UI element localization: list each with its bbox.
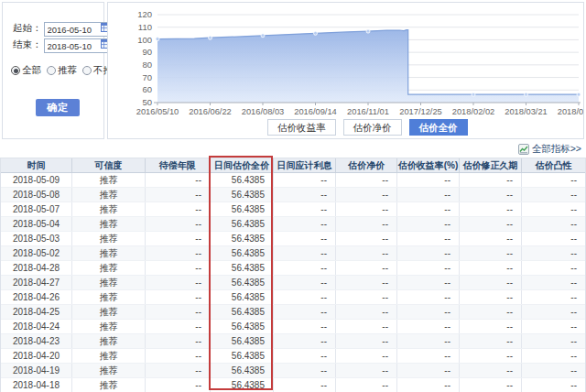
table-cell: -- — [336, 364, 397, 377]
table-cell: -- — [146, 246, 211, 260]
table-cell: -- — [397, 305, 460, 319]
svg-text:2016/06/22: 2016/06/22 — [189, 107, 232, 116]
table-cell: -- — [274, 276, 336, 289]
table-cell: -- — [336, 320, 397, 333]
table-cell: -- — [522, 276, 585, 289]
svg-text:80: 80 — [142, 60, 152, 70]
table-cell: 2018-05-09 — [1, 173, 72, 187]
table-cell: -- — [336, 305, 397, 319]
end-date-row: 结束： — [13, 38, 113, 52]
radio-label: 全部 — [22, 64, 41, 77]
table-cell: -- — [460, 232, 522, 245]
table-row: 2018-04-18推荐--56.4385---------- — [1, 378, 585, 392]
radio-option-all[interactable]: 全部 — [11, 64, 41, 77]
table-cell: -- — [460, 305, 522, 319]
svg-text:60: 60 — [142, 84, 152, 94]
table-cell: 2018-05-03 — [1, 232, 72, 245]
table-cell: -- — [522, 305, 585, 319]
table-row: 2018-04-27推荐--56.4385---------- — [1, 276, 585, 290]
table-cell: -- — [522, 349, 585, 363]
svg-text:2018/02/02: 2018/02/02 — [452, 107, 495, 116]
table-cell: -- — [274, 173, 336, 187]
table-cell: -- — [397, 261, 460, 275]
table-cell: 推荐 — [72, 364, 146, 377]
tab-valuation-net-price[interactable]: 估价净价 — [343, 119, 402, 136]
table-cell: -- — [336, 202, 397, 216]
table-row: 2018-04-20推荐--56.4385---------- — [1, 349, 585, 364]
table-cell: -- — [522, 232, 585, 245]
table-cell: 2018-04-20 — [1, 349, 72, 363]
table-cell: -- — [336, 290, 397, 304]
table-cell: -- — [146, 276, 211, 289]
header-cell: 日间应计利息 — [274, 158, 336, 172]
table-cell: -- — [460, 364, 522, 377]
table-cell: -- — [146, 202, 211, 216]
table-cell: -- — [274, 202, 336, 216]
table-cell: -- — [274, 261, 336, 275]
confirm-button[interactable]: 确定 — [36, 99, 80, 116]
table-cell: -- — [522, 173, 585, 187]
table-cell: -- — [146, 364, 211, 377]
svg-text:110: 110 — [138, 22, 152, 32]
table-cell: 2018-04-19 — [1, 364, 72, 377]
table-cell: -- — [460, 173, 522, 187]
table-row: 2018-05-02推荐--56.4385---------- — [1, 246, 585, 261]
table-cell: -- — [397, 173, 460, 187]
table-cell: -- — [336, 232, 397, 245]
table-cell: -- — [397, 232, 460, 245]
table-cell: -- — [522, 202, 585, 216]
tab-valuation-yield[interactable]: 估价收益率 — [267, 119, 336, 136]
table-cell: -- — [522, 290, 585, 304]
table-cell: -- — [397, 364, 460, 377]
table-cell: 推荐 — [72, 290, 146, 304]
table-cell: 2018-04-28 — [1, 261, 72, 275]
all-indicators-label: 全部指标>> — [532, 143, 581, 156]
table-cell: -- — [460, 320, 522, 333]
table-cell: 2018-04-18 — [1, 378, 72, 392]
table-cell: -- — [146, 305, 211, 319]
table-cell: 推荐 — [72, 305, 146, 319]
table-cell: -- — [274, 334, 336, 348]
table-cell: 56.4385 — [211, 173, 274, 187]
table-cell: 2018-04-27 — [1, 276, 72, 289]
header-cell: 估价收益率(%) — [397, 158, 460, 172]
table-row: 2018-05-07推荐--56.4385---------- — [1, 202, 585, 217]
table-cell: -- — [336, 188, 397, 201]
table-row: 2018-05-03推荐--56.4385---------- — [1, 232, 585, 246]
all-indicators-link[interactable]: 全部指标>> — [518, 143, 581, 156]
header-cell: 估价净价 — [336, 158, 397, 172]
table-cell: -- — [146, 188, 211, 201]
table-cell: -- — [522, 188, 585, 201]
table-cell: -- — [397, 320, 460, 333]
table-cell: 推荐 — [72, 261, 146, 275]
table-cell: -- — [397, 276, 460, 289]
table-cell: -- — [522, 320, 585, 333]
table-cell: -- — [522, 217, 585, 231]
table-cell: 56.4385 — [211, 261, 274, 275]
table-cell: 56.4385 — [211, 246, 274, 260]
table-cell: -- — [146, 261, 211, 275]
start-date-row: 起始： — [13, 21, 113, 36]
table-cell: -- — [397, 246, 460, 260]
table-cell: 56.4385 — [211, 378, 274, 392]
svg-text:70: 70 — [142, 72, 152, 82]
tab-valuation-full-price[interactable]: 估价全价 — [409, 119, 468, 136]
table-cell: -- — [274, 188, 336, 201]
table-cell: -- — [522, 246, 585, 260]
radio-option-recommend[interactable]: 推荐 — [47, 64, 77, 77]
table-cell: -- — [274, 217, 336, 231]
svg-text:2018/05/04: 2018/05/04 — [558, 107, 583, 116]
table-cell: -- — [336, 334, 397, 348]
table-cell: 56.4385 — [211, 364, 274, 377]
table-cell: 推荐 — [72, 276, 146, 289]
table-cell: 推荐 — [72, 349, 146, 363]
valuation-table: 时间可信度待偿年限日间估价全价日间应计利息估价净价估价收益率(%)估价修正久期估… — [0, 158, 586, 392]
svg-text:90: 90 — [142, 47, 152, 57]
table-cell: -- — [336, 378, 397, 392]
svg-text:50: 50 — [142, 97, 152, 107]
table-row: 2018-04-24推荐--56.4385---------- — [1, 320, 585, 334]
table-cell: 推荐 — [72, 202, 146, 216]
table-cell: -- — [336, 276, 397, 289]
table-cell: 56.4385 — [211, 290, 274, 304]
table-row: 2018-04-28推荐--56.4385---------- — [1, 261, 585, 276]
